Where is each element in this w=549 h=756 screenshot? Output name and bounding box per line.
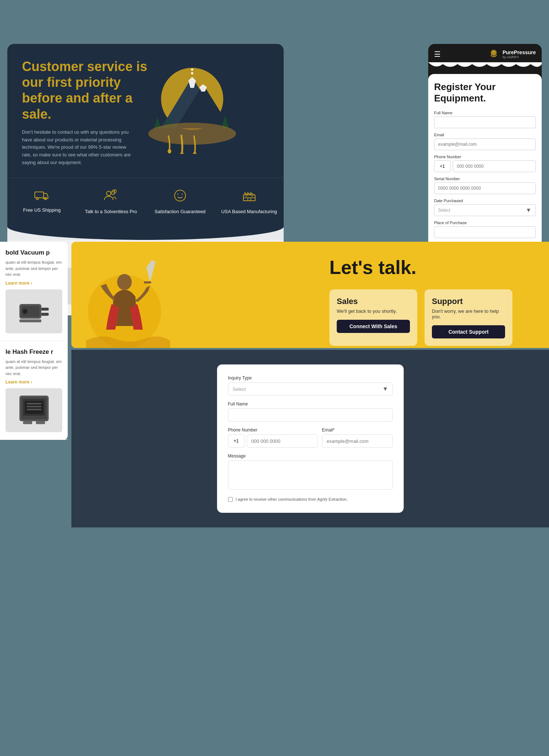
hamburger-icon[interactable]: ☰ — [434, 50, 441, 59]
date-select[interactable]: Select — [434, 204, 536, 216]
contact-phone-email-group: Phone Number Email* — [228, 427, 393, 448]
cta-yellow-section: Let's talk. Sales We'll get back to you … — [71, 242, 549, 348]
learn-more-text: Learn more — [5, 281, 29, 286]
phone-number-input[interactable] — [453, 160, 536, 172]
register-title: Register Your Equipment. — [434, 81, 536, 104]
learn-more-text-2: Learn more — [5, 379, 29, 385]
contact-email-label: Email* — [322, 427, 393, 433]
consent-row: I agree to receive other communications … — [228, 497, 393, 502]
product-1-name: bold Vacuum p — [5, 249, 62, 256]
manufacturing-label: USA Based Manufacturing — [221, 209, 277, 214]
mobile-logo: PurePressure by AGRIFY — [488, 49, 536, 59]
full-name-input[interactable] — [434, 116, 536, 128]
phone-group: Phone Number — [434, 155, 536, 172]
contact-full-name-group: Full Name — [228, 401, 393, 422]
date-group: Date Purchased Select ▼ — [434, 199, 536, 216]
contact-full-name-input[interactable] — [228, 408, 393, 422]
contact-phone-prefix[interactable] — [228, 434, 244, 448]
support-box: Support Don't worry, we are here to help… — [425, 289, 512, 346]
mobile-header: ☰ PurePressure by AGRIFY — [428, 44, 542, 62]
contact-phone-col: Phone Number — [228, 427, 318, 448]
support-title: Support — [432, 297, 505, 306]
full-name-group: Full Name — [434, 111, 536, 128]
contact-message-group: Message — [228, 453, 393, 491]
contact-message-label: Message — [228, 453, 393, 459]
logo-brand: PurePressure — [503, 49, 536, 55]
product-1-image — [5, 289, 62, 333]
contact-message-input[interactable] — [228, 460, 393, 490]
top-background — [0, 0, 549, 48]
main-subtext: Don't hesitate to contact us with any qu… — [22, 129, 135, 167]
product-item-2: le Hash Freeze r quam at elit tempus feu… — [0, 341, 68, 440]
logo-sub: by AGRIFY — [503, 55, 536, 59]
consent-text: I agree to receive other communications … — [236, 497, 348, 501]
contact-form-section: Inquiry Type Select ▼ Full Name Phone Nu… — [71, 350, 549, 527]
svg-rect-33 — [41, 313, 49, 316]
serial-input[interactable] — [434, 182, 536, 194]
shipping-icon — [34, 189, 49, 204]
date-label: Date Purchased — [434, 199, 536, 203]
product-list-panel: bold Vacuum p quam at elit tempus feugia… — [0, 242, 68, 440]
phone-label: Phone Number — [434, 155, 536, 159]
product-2-image — [5, 388, 62, 432]
contact-email-col: Email* — [322, 427, 393, 448]
sales-subtitle: We'll get back to you shortly. — [337, 308, 410, 314]
inquiry-type-label: Inquiry Type — [228, 375, 393, 381]
inquiry-type-group: Inquiry Type Select ▼ — [228, 375, 393, 396]
product-2-name: le Hash Freeze r — [5, 348, 62, 356]
consent-checkbox[interactable] — [228, 497, 233, 502]
svg-rect-34 — [19, 319, 41, 322]
inquiry-type-select[interactable]: Select — [228, 382, 393, 396]
product-1-learn-more[interactable]: Learn more › — [5, 281, 62, 286]
svg-rect-12 — [251, 196, 253, 197]
connect-sales-button[interactable]: Connect With Sales — [337, 320, 410, 333]
svg-rect-32 — [41, 308, 49, 311]
warrior-decoration — [79, 253, 170, 348]
svg-point-7 — [177, 193, 178, 194]
place-input[interactable] — [434, 226, 536, 238]
svg-point-31 — [23, 310, 27, 313]
contact-form-card: Inquiry Type Select ▼ Full Name Phone Nu… — [217, 364, 404, 513]
contact-full-name-label: Full Name — [228, 401, 393, 407]
lets-talk-title: Let's talk. — [329, 256, 534, 278]
svg-point-1 — [36, 197, 38, 200]
sales-title: Sales — [337, 297, 410, 306]
svg-rect-11 — [246, 196, 247, 197]
email-input[interactable] — [434, 138, 536, 150]
svg-point-45 — [117, 274, 132, 290]
factory-icon — [242, 189, 257, 205]
product-2-learn-more[interactable]: Learn more › — [5, 379, 62, 385]
email-label: Email — [434, 133, 536, 137]
features-row: Free US Shipping Talk to a Solventless P… — [7, 178, 284, 222]
contact-phone-label: Phone Number — [228, 427, 318, 433]
support-subtitle: Don't worry, we are here to help you. — [432, 308, 505, 319]
svg-rect-39 — [27, 403, 41, 404]
svg-rect-41 — [27, 409, 41, 410]
satisfaction-label: Satisfaction Guaranteed — [154, 209, 205, 214]
learn-more-arrow: › — [31, 281, 32, 286]
svg-rect-43 — [36, 421, 45, 424]
contact-email-input[interactable] — [322, 434, 393, 448]
serial-label: Serial Number — [434, 177, 536, 181]
svg-point-6 — [175, 190, 186, 201]
place-label: Place of Purchase — [434, 220, 536, 225]
contact-phone-number[interactable] — [247, 434, 318, 448]
phone-prefix-input[interactable] — [434, 160, 451, 172]
learn-more-arrow-2: › — [31, 379, 32, 385]
pro-label: Talk to a Solventless Pro — [85, 209, 137, 214]
svg-rect-40 — [27, 406, 41, 407]
smile-icon — [173, 189, 187, 205]
svg-rect-0 — [35, 192, 44, 198]
cta-content-area: Let's talk. Sales We'll get back to you … — [329, 256, 534, 346]
svg-rect-42 — [23, 421, 32, 424]
feature-satisfaction: Satisfaction Guaranteed — [146, 189, 215, 214]
svg-rect-10 — [248, 198, 251, 201]
full-name-label: Full Name — [434, 111, 536, 115]
product-item-1: bold Vacuum p quam at elit tempus feugia… — [0, 242, 68, 341]
email-group: Email — [434, 133, 536, 150]
contact-support-button[interactable]: Contact Support — [432, 325, 505, 338]
product-2-desc: quam at elit tempus feugiat. em ante, pu… — [5, 359, 62, 377]
svg-point-3 — [107, 191, 111, 196]
serial-group: Serial Number — [434, 177, 536, 194]
shipping-label: Free US Shipping — [23, 207, 61, 213]
